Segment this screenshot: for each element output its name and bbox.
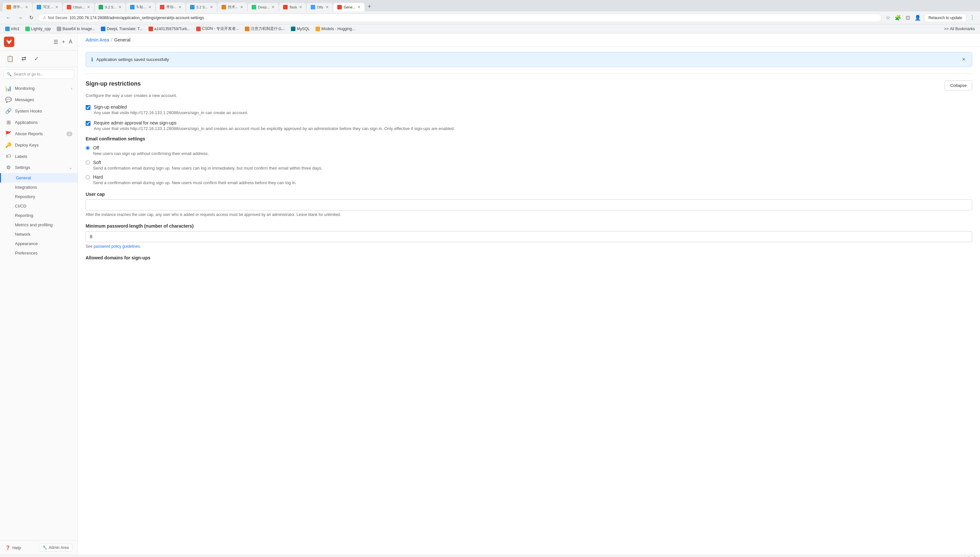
help-link[interactable]: ❓ Help bbox=[5, 545, 21, 550]
relaunch-button[interactable]: Relaunch to update bbox=[924, 14, 966, 22]
radio-hard-desc: Send a confirmation email during sign up… bbox=[93, 180, 296, 185]
browser-tab-3[interactable]: 9.2 S... ✕ bbox=[95, 3, 125, 11]
cast-button[interactable]: ⊡ bbox=[904, 13, 911, 22]
browser-tab-6[interactable]: 5.2 S... ✕ bbox=[186, 3, 217, 11]
radio-soft-input[interactable] bbox=[86, 161, 90, 165]
tab-close-0[interactable]: ✕ bbox=[25, 5, 28, 10]
browser-tab-1[interactable]: 写文... ✕ bbox=[33, 3, 62, 11]
bookmark-star-button[interactable]: ☆ bbox=[884, 13, 892, 22]
user-cap-input[interactable] bbox=[86, 199, 972, 210]
password-policy-link[interactable]: password policy guidelines bbox=[94, 244, 140, 249]
bookmark-lightly[interactable]: Lightly_cpp bbox=[24, 26, 52, 32]
sidebar-sub-label-preferences: Preferences bbox=[15, 251, 37, 256]
tab-favicon-2 bbox=[67, 5, 72, 10]
breadcrumb-admin-link[interactable]: Admin Area bbox=[86, 37, 109, 42]
radio-off-input[interactable] bbox=[86, 146, 90, 150]
text-size-button[interactable]: A bbox=[67, 37, 73, 46]
alert-close-button[interactable]: × bbox=[960, 56, 967, 63]
todos-button[interactable]: ✓ bbox=[31, 53, 42, 64]
search-box[interactable]: 🔍 Search or go to... bbox=[3, 70, 74, 79]
sidebar-item-abuse-reports[interactable]: 🚩 Abuse Reports 0 bbox=[0, 128, 78, 139]
tab-close-6[interactable]: ✕ bbox=[210, 5, 213, 10]
browser-tab-9[interactable]: flask ✕ bbox=[279, 3, 306, 11]
require-admin-checkbox[interactable] bbox=[86, 121, 91, 126]
bookmark-hugging[interactable]: Models - Hugging... bbox=[314, 26, 357, 32]
bookmark-mysql[interactable]: MySQL bbox=[290, 26, 311, 32]
reload-button[interactable]: ↻ bbox=[27, 13, 35, 22]
sidebar-sub-label-network: Network bbox=[15, 232, 31, 237]
min-password-input[interactable] bbox=[86, 231, 972, 242]
sidebar-item-settings[interactable]: ⚙ Settings ⌄ bbox=[0, 162, 78, 173]
menu-button[interactable]: ⋮ bbox=[968, 13, 976, 22]
tab-close-9[interactable]: ✕ bbox=[299, 5, 302, 10]
sidebar-item-label-labels: Labels bbox=[15, 154, 27, 159]
collapse-button[interactable]: Collapse bbox=[945, 80, 972, 90]
require-admin-label[interactable]: Require admin approval for new sign-ups bbox=[94, 120, 176, 125]
sidebar-item-labels[interactable]: 🏷 Labels bbox=[0, 151, 78, 162]
sidebar-sub-repository[interactable]: Repository bbox=[0, 192, 78, 201]
radio-hard-label[interactable]: Hard bbox=[93, 174, 103, 180]
bookmark-base64[interactable]: Base64 to Image... bbox=[55, 26, 97, 32]
radio-soft-label[interactable]: Soft bbox=[93, 160, 101, 165]
sidebar-item-applications[interactable]: ⊞ Applications bbox=[0, 117, 78, 128]
sidebar-item-messages[interactable]: 💬 Messages bbox=[0, 94, 78, 105]
browser-tab-7[interactable]: 技术... ✕ bbox=[218, 3, 247, 11]
radio-off-label[interactable]: Off bbox=[93, 145, 99, 150]
tab-close-3[interactable]: ✕ bbox=[118, 5, 122, 10]
extensions-button[interactable]: 🧩 bbox=[894, 13, 902, 22]
admin-area-label: Admin Area bbox=[49, 545, 69, 550]
new-tab-button[interactable]: + bbox=[365, 2, 374, 11]
sidebar-sub-reporting[interactable]: Reporting bbox=[0, 211, 78, 220]
bookmark-all[interactable]: >> All Bookmarks bbox=[943, 26, 976, 32]
tab-close-4[interactable]: ✕ bbox=[148, 5, 151, 10]
bookmark-turbo[interactable]: a1401358759/Turb... bbox=[147, 26, 192, 32]
sidebar-sub-network[interactable]: Network bbox=[0, 230, 78, 239]
bookmark-deepl[interactable]: DeepL Translate: T... bbox=[99, 26, 144, 32]
forward-button[interactable]: → bbox=[16, 14, 24, 22]
back-button[interactable]: ← bbox=[4, 14, 13, 22]
sidebar-sub-integrations[interactable]: Integrations bbox=[0, 182, 78, 192]
bookmark-favicon-1 bbox=[25, 26, 30, 31]
browser-tab-2[interactable]: Ubun... ✕ bbox=[63, 3, 94, 11]
bookmark-info1[interactable]: info1 bbox=[4, 26, 21, 32]
profile-button[interactable]: 👤 bbox=[913, 13, 922, 22]
bookmark-attention[interactable]: 注意力机制是什么... bbox=[244, 25, 287, 32]
sidebar-item-system-hooks[interactable]: 🔗 System Hooks bbox=[0, 105, 78, 117]
content-area: ℹ Application settings saved successfull… bbox=[78, 47, 980, 273]
tab-close-1[interactable]: ✕ bbox=[55, 5, 59, 10]
tab-close-7[interactable]: ✕ bbox=[240, 5, 243, 10]
admin-area-button[interactable]: 🔧 Admin Area bbox=[39, 544, 72, 552]
sidebar-nav: 📊 Monitoring › 💬 Messages 🔗 System Hooks… bbox=[0, 81, 78, 540]
browser-tab-11[interactable]: Gene... ✕ bbox=[334, 3, 365, 11]
sidebar-sub-metrics[interactable]: Metrics and profiling bbox=[0, 220, 78, 230]
section-description: Configure the way a user creates a new a… bbox=[86, 93, 972, 98]
tab-close-10[interactable]: ✕ bbox=[326, 5, 329, 10]
bookmark-csdn[interactable]: CSDN - 专业开发者... bbox=[195, 25, 241, 32]
search-icon: 🔍 bbox=[7, 72, 12, 77]
signup-enabled-label[interactable]: Sign-up enabled bbox=[94, 104, 127, 109]
issues-button[interactable]: 📋 bbox=[4, 53, 16, 64]
sidebar-sub-preferences[interactable]: Preferences bbox=[0, 248, 78, 258]
address-bar[interactable]: ⚠ Not Secure 101.200.76.174:28088/admin/… bbox=[38, 14, 882, 22]
tab-close-2[interactable]: ✕ bbox=[87, 5, 90, 10]
new-item-button[interactable]: + bbox=[61, 37, 66, 46]
browser-tab-4[interactable]: 5-知... ✕ bbox=[126, 3, 155, 11]
sidebar-sub-appearance[interactable]: Appearance bbox=[0, 239, 78, 248]
tab-close-11[interactable]: ✕ bbox=[357, 5, 361, 10]
messages-icon: 💬 bbox=[5, 97, 12, 103]
browser-tab-8[interactable]: Deep... ✕ bbox=[248, 3, 278, 11]
browser-tab-5[interactable]: 带你... ✕ bbox=[156, 3, 186, 11]
sidebar-item-monitoring[interactable]: 📊 Monitoring › bbox=[0, 83, 78, 94]
tab-close-8[interactable]: ✕ bbox=[272, 5, 275, 10]
radio-hard-input[interactable] bbox=[86, 175, 90, 179]
sidebar-item-deploy-keys[interactable]: 🔑 Deploy Keys bbox=[0, 139, 78, 151]
sidebar-sub-cicd[interactable]: CI/CD bbox=[0, 201, 78, 211]
tab-close-5[interactable]: ✕ bbox=[178, 5, 182, 10]
browser-tab-10[interactable]: Dify ✕ bbox=[307, 3, 333, 11]
signup-enabled-checkbox[interactable] bbox=[86, 105, 91, 110]
browser-tab-0[interactable]: 唐学... ✕ bbox=[3, 3, 32, 11]
panel-toggle-button[interactable]: ☰ bbox=[52, 37, 59, 46]
merge-requests-button[interactable]: ⇄ bbox=[19, 53, 29, 64]
tab-label-2: Ubun... bbox=[73, 5, 85, 9]
sidebar-sub-general[interactable]: General bbox=[0, 173, 78, 182]
